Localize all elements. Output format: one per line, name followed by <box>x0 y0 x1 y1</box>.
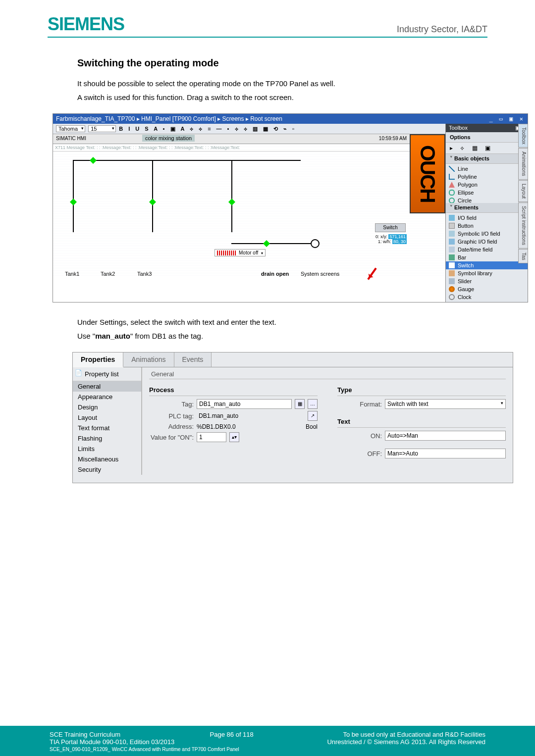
screenshot-properties: Properties Animations Events Property li… <box>72 352 513 483</box>
type-group: Type <box>337 384 506 396</box>
hmi-canvas[interactable]: SIMATIC HMI color mixing station 10:59:5… <box>53 134 445 278</box>
tag-label: Tag: <box>149 401 194 408</box>
toolbox-item[interactable]: Bar <box>446 253 528 261</box>
toolbox-item[interactable]: Slider <box>446 277 528 285</box>
toolbox-item[interactable]: Polygon <box>446 181 528 189</box>
screenshot-editor: Farbmischanlage_TIA_TP700 ▸ HMI_Panel [T… <box>53 113 528 302</box>
property-list-header: Property list <box>73 367 141 381</box>
toolbox-item[interactable]: Clock <box>446 293 528 301</box>
address-type: Bool <box>306 423 318 430</box>
toolbox-category[interactable]: Basic objects <box>446 154 528 164</box>
plctag-label: PLC tag: <box>149 412 194 420</box>
toolbox-title: Toolbox <box>449 125 468 131</box>
tab-animations[interactable]: Animations <box>123 353 174 367</box>
toolbox-item[interactable]: Line <box>446 165 528 173</box>
off-text-label: OFF: <box>337 450 382 457</box>
format-label: Format: <box>337 401 382 408</box>
property-category[interactable]: Design <box>73 402 141 412</box>
motor-label[interactable]: Motor off <box>214 249 266 256</box>
toolbox-item[interactable]: Button <box>446 222 528 230</box>
process-group: Process <box>149 384 318 396</box>
side-tab[interactable]: Animations <box>518 148 528 179</box>
browse-icon[interactable]: ▦ <box>295 399 305 409</box>
switch-placeholder[interactable]: Switch <box>375 223 406 232</box>
system-screens-label: System screens <box>301 271 339 277</box>
on-text-input[interactable]: Auto=>Man <box>385 431 506 441</box>
text-group: Text <box>337 416 506 428</box>
message-bar: X711 Message Text: : : :Message:Text: : … <box>53 144 410 151</box>
body-text: Under Settings, select the switch with t… <box>77 316 487 328</box>
toolbox-item[interactable]: Polyline <box>446 173 528 181</box>
sector-label: Industry Sector, IA&DT <box>397 24 487 35</box>
on-text-label: ON: <box>337 432 382 440</box>
property-category[interactable]: Appearance <box>73 392 141 402</box>
property-category[interactable]: Miscellaneous <box>73 454 141 464</box>
address-value: %DB1.DBX0.0 <box>197 423 303 430</box>
property-category[interactable]: Layout <box>73 412 141 423</box>
fontsize-dropdown[interactable]: 15 <box>88 125 116 132</box>
annotation-arrow-icon <box>367 267 376 280</box>
side-tab[interactable]: Toolbox <box>518 124 528 148</box>
toolbox-mode-icons[interactable]: ▸ ⟡ ▦ ▣ <box>446 143 528 154</box>
toolbox-category[interactable]: Elements <box>446 203 528 213</box>
format-toolbar[interactable]: B I U S A ▪ ▣ A ⟡ ⟡ ≡ — ▪ ⟡ ⟡ ▥ ▦ ⟲ ⌁ ▫ <box>119 126 296 132</box>
tag-input[interactable]: DB1_man_auto <box>197 399 292 409</box>
body-text: It should be possible to select the oper… <box>77 78 487 90</box>
toolbox-item[interactable]: Graphic I/O field <box>446 238 528 246</box>
property-category[interactable]: Limits <box>73 444 141 454</box>
toolbox-item[interactable]: Symbol library <box>446 269 528 277</box>
plctag-value: DB1.man_auto <box>197 411 305 420</box>
address-label: Address: <box>149 423 194 430</box>
side-tab[interactable]: Script instructions <box>518 202 528 249</box>
hmi-clock: 10:59:59 AM <box>379 136 407 142</box>
section-heading: Switching the operating mode <box>77 57 487 69</box>
value-on-label: Value for "ON": <box>149 434 194 441</box>
tab-properties[interactable]: Properties <box>73 353 123 367</box>
more-icon[interactable]: … <box>308 399 318 409</box>
toolbox-item[interactable]: Circle <box>446 197 528 203</box>
property-category[interactable]: Security <box>73 464 141 475</box>
side-tab[interactable]: Layout <box>518 180 528 202</box>
spinner-icon[interactable]: ▴▾ <box>229 432 239 442</box>
property-category[interactable]: Text format <box>73 423 141 433</box>
tank-label: Tank3 <box>137 271 152 277</box>
off-text-input[interactable]: Man=>Auto <box>385 449 506 458</box>
body-text: Use "man_auto" from DB1 as the tag. <box>77 330 487 342</box>
toolbox-item[interactable]: Symbolic I/O field <box>446 230 528 238</box>
touch-badge: OUCH <box>410 134 445 213</box>
toolbox-item[interactable]: Ellipse <box>446 189 528 197</box>
toolbox-options: Options <box>446 132 528 143</box>
property-category[interactable]: Flashing <box>73 433 141 444</box>
tab-events[interactable]: Events <box>174 353 212 367</box>
font-dropdown[interactable]: Tahoma <box>56 125 85 132</box>
property-category[interactable]: General <box>73 381 141 392</box>
tank-label: Tank2 <box>101 271 115 277</box>
value-on-input[interactable]: 1 <box>197 432 226 442</box>
tank-label: Tank1 <box>65 271 79 277</box>
side-tab[interactable]: Tas <box>518 249 528 264</box>
toolbox-item[interactable]: Date/time field <box>446 246 528 253</box>
selection-coords: 0: x/y: 571,161 1: w/h: 80, 30 <box>375 234 407 244</box>
toolbox-item-switch[interactable]: Switch <box>446 261 528 269</box>
drain-label: drain open <box>261 271 289 277</box>
toolbox-panel: Toolbox▣ ▸ Options ▸ ⟡ ▦ ▣ Basic objects… <box>445 124 528 302</box>
toolbox-item[interactable]: Gauge <box>446 285 528 293</box>
window-breadcrumb: Farbmischanlage_TIA_TP700 ▸ HMI_Panel [T… <box>56 115 282 122</box>
body-text: A switch is used for this function. Drag… <box>77 92 487 103</box>
screen-title: color mixing station <box>142 135 195 142</box>
siemens-logo: SIEMENS <box>48 14 124 35</box>
goto-icon[interactable]: ↗ <box>308 411 318 421</box>
window-buttons[interactable]: _ ▭ ▣ ✕ <box>489 115 525 122</box>
hmi-brand: SIMATIC HMI <box>56 136 86 142</box>
toolbox-item[interactable]: I/O field <box>446 214 528 222</box>
general-heading: General <box>149 367 506 379</box>
format-dropdown[interactable]: Switch with text <box>385 399 506 409</box>
